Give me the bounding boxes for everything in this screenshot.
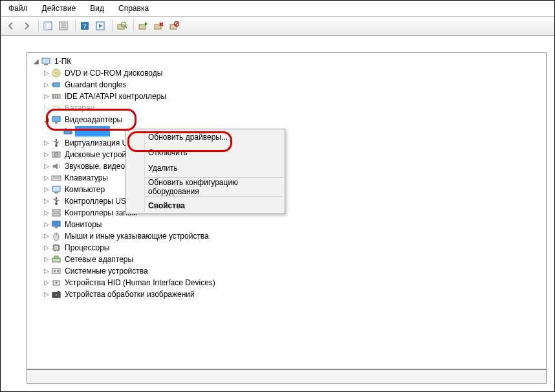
- menu-help[interactable]: Справка: [116, 2, 151, 15]
- selected-device-label: [75, 126, 110, 136]
- ctx-properties[interactable]: Свойства: [126, 198, 285, 213]
- ctx-delete[interactable]: Удалить: [126, 160, 285, 176]
- statusbar: [27, 369, 547, 384]
- tree-item-label: Клавиатуры: [63, 173, 109, 183]
- svg-rect-33: [65, 128, 67, 129]
- svg-point-37: [54, 153, 58, 157]
- menu-file[interactable]: Файл: [6, 2, 30, 15]
- back-button[interactable]: [5, 19, 17, 32]
- svg-marker-35: [55, 138, 58, 140]
- svg-point-21: [56, 72, 58, 74]
- expand-icon[interactable]: ▷: [43, 70, 50, 76]
- tree-item-label: Мониторы: [63, 219, 103, 230]
- menu-view[interactable]: Вид: [87, 2, 107, 15]
- svg-rect-65: [57, 270, 59, 272]
- svg-rect-32: [64, 129, 72, 134]
- tree-item[interactable]: ▷DVD и CD-ROM дисководы: [28, 67, 545, 79]
- tree-item[interactable]: ▷Мониторы: [28, 219, 545, 230]
- svg-rect-63: [52, 268, 60, 274]
- collapse-icon[interactable]: ◢: [43, 116, 50, 123]
- tree-item-label: IDE ATA/ATAPI контроллеры: [63, 91, 168, 102]
- display-icon: [51, 114, 61, 125]
- expand-icon[interactable]: ▷: [43, 140, 50, 146]
- svg-text:?: ?: [83, 22, 87, 30]
- uninstall-button[interactable]: [152, 19, 165, 32]
- ctx-separator: [146, 196, 283, 197]
- svg-point-67: [56, 282, 58, 284]
- scan-hw-button[interactable]: [115, 19, 128, 32]
- expand-icon[interactable]: ▷: [43, 256, 50, 263]
- tree-item[interactable]: ▷Guardant dongles: [28, 79, 545, 91]
- ctx-update-driver[interactable]: Обновить драйверы...: [126, 129, 285, 145]
- expand-icon[interactable]: ▷: [43, 163, 50, 169]
- tree-item[interactable]: ▷Звуковые, видео и и: [28, 160, 545, 172]
- expand-icon[interactable]: ▷: [43, 245, 50, 251]
- help-button[interactable]: ?: [78, 19, 91, 32]
- properties-button[interactable]: [57, 19, 70, 32]
- net-icon: [51, 254, 61, 265]
- svg-rect-49: [55, 227, 58, 228]
- tree-item[interactable]: ◢Видеоадаптеры: [28, 114, 545, 125]
- tree-item[interactable]: ▷IDE ATA/ATAPI контроллеры: [28, 91, 545, 102]
- tree-item-label: Устройства HID (Human Interface Devices): [63, 278, 217, 288]
- keyboard-icon: [51, 173, 61, 183]
- svg-rect-22: [53, 83, 60, 87]
- tree-item[interactable]: ▷Мыши и иные указывающие устройства: [28, 230, 545, 242]
- tree-root[interactable]: ◢ 1-ПК: [28, 56, 545, 67]
- update-driver-button[interactable]: [136, 19, 149, 32]
- device-tree[interactable]: ◢ 1-ПК ▷DVD и CD-ROM дисководы▷Guardant …: [27, 53, 546, 303]
- toolbar: ?: [1, 17, 554, 36]
- collapse-icon[interactable]: ◢: [32, 58, 40, 65]
- expand-icon[interactable]: ▷: [43, 151, 50, 158]
- tree-item[interactable]: ▷Системные устройства: [28, 265, 545, 277]
- expand-icon[interactable]: ▷: [43, 210, 50, 216]
- svg-rect-47: [52, 213, 60, 216]
- show-tree-button[interactable]: [41, 19, 54, 32]
- expand-icon[interactable]: ▷: [43, 198, 50, 204]
- ctx-disable[interactable]: Отключить: [126, 145, 285, 160]
- disable-button[interactable]: [168, 19, 180, 32]
- svg-rect-30: [52, 116, 60, 122]
- svg-rect-31: [55, 122, 58, 124]
- forward-button[interactable]: [20, 19, 33, 32]
- list-button[interactable]: [94, 19, 107, 32]
- svg-rect-19: [44, 64, 48, 65]
- tree-item[interactable]: ▷Контроллеры запом: [28, 207, 545, 219]
- menu-action[interactable]: Действие: [39, 2, 79, 15]
- expand-icon[interactable]: ▷: [43, 233, 50, 239]
- svg-rect-23: [52, 83, 53, 86]
- usb-icon: [51, 196, 61, 206]
- expand-icon[interactable]: ▷: [43, 105, 50, 111]
- menubar: Файл Действие Вид Справка: [1, 1, 554, 17]
- tree-item[interactable]: ▷Клавиатуры: [28, 172, 545, 184]
- tree-item[interactable]: ▷Дисковые устройств: [28, 149, 545, 160]
- expand-icon[interactable]: ▷: [43, 279, 50, 286]
- tree-item-selected[interactable]: [28, 125, 545, 137]
- tree-item[interactable]: ▷Сетевые адаптеры: [28, 254, 545, 265]
- dongle-icon: [51, 80, 61, 90]
- expand-icon[interactable]: ▷: [43, 291, 50, 298]
- tree-item[interactable]: ▷Процессоры: [28, 242, 545, 254]
- tree-item[interactable]: ▷Компьютер: [28, 184, 545, 195]
- expand-icon[interactable]: ▷: [43, 186, 50, 193]
- svg-rect-18: [42, 58, 50, 63]
- tree-item[interactable]: ▷Устройства обработки изображений: [28, 289, 545, 300]
- svg-rect-28: [53, 106, 59, 110]
- expand-icon[interactable]: ▷: [43, 221, 50, 228]
- system-icon: [51, 266, 61, 276]
- ctx-scan-hardware[interactable]: Обновить конфигурацию оборудования: [126, 179, 285, 195]
- expand-icon[interactable]: ▷: [43, 93, 50, 100]
- tree-item[interactable]: ▷Контроллеры USB: [28, 195, 545, 207]
- expand-icon[interactable]: ▷: [43, 82, 50, 88]
- tree-item-label: Системные устройства: [63, 266, 149, 276]
- expand-icon[interactable]: ▷: [43, 175, 50, 181]
- imaging-icon: [51, 289, 61, 299]
- tree-panel: ◢ 1-ПК ▷DVD и CD-ROM дисководы▷Guardant …: [27, 52, 547, 369]
- storage-icon: [51, 208, 61, 218]
- tree-item[interactable]: ▷Виртуализация USB: [28, 137, 545, 149]
- tree-item[interactable]: ▷Устройства HID (Human Interface Devices…: [28, 277, 545, 289]
- tree-item[interactable]: ▷Батареи: [28, 102, 545, 114]
- tree-item-label: Видеоадаптеры: [63, 114, 124, 125]
- cpu-icon: [51, 243, 61, 253]
- expand-icon[interactable]: ▷: [43, 268, 50, 274]
